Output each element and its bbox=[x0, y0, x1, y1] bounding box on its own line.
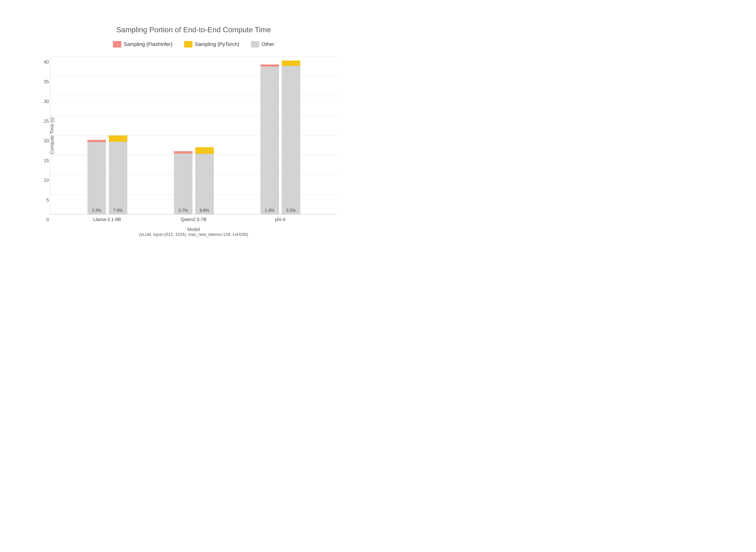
bar-seg-phi4-fi-fi bbox=[261, 64, 279, 66]
x-axis-subtitle: (vLLM, input=(512, 1024), max_new_tokens… bbox=[50, 232, 337, 237]
bar-seg-qwen-pt-other bbox=[195, 154, 214, 214]
bar-seg-qwen-fi-other bbox=[174, 154, 192, 214]
y-tick-40: 40 bbox=[40, 59, 49, 65]
y-tick-30: 30 bbox=[40, 99, 49, 104]
plot-area: Compute Time (s) 40 35 30 25 20 15 bbox=[50, 57, 337, 215]
legend-swatch-flashinfer bbox=[113, 41, 121, 47]
bar-seg-llama-pt-pt bbox=[109, 135, 127, 142]
y-tick-10: 10 bbox=[40, 178, 49, 183]
legend-label-other: Other bbox=[262, 41, 274, 47]
legend-swatch-other bbox=[251, 41, 259, 47]
bar-seg-phi4-pt-pt bbox=[282, 60, 300, 66]
bar-stack-llama-fi bbox=[88, 140, 106, 214]
grid-and-bars: 40 35 30 25 20 15 10 5 0 bbox=[50, 57, 337, 215]
y-tick-20: 20 bbox=[40, 138, 49, 144]
bar-stack-qwen-pt bbox=[195, 147, 214, 214]
bar-stack-phi4-fi bbox=[261, 64, 279, 214]
group-llama: 3.3% 7.9% bbox=[88, 135, 127, 214]
y-tick-25: 25 bbox=[40, 119, 49, 124]
y-tick-0: 0 bbox=[40, 217, 49, 223]
bar-label-llama-fi: 3.3% bbox=[88, 208, 106, 213]
bar-label-llama-pt: 7.9% bbox=[109, 208, 127, 213]
y-tick-35: 35 bbox=[40, 79, 49, 85]
y-tick-15: 15 bbox=[40, 158, 49, 163]
bar-col-qwen-pytorch: 9.8% bbox=[195, 147, 214, 214]
bar-label-phi4-pt: 3.5% bbox=[282, 208, 300, 213]
bar-stack-qwen-fi bbox=[174, 151, 192, 214]
bar-label-qwen-fi: 3.7% bbox=[174, 208, 192, 213]
x-axis-title: Model bbox=[50, 227, 337, 232]
bar-seg-qwen-fi-fi bbox=[174, 151, 192, 154]
legend-item-flashinfer: Sampling (FlashInfer) bbox=[113, 41, 172, 47]
bar-col-phi4-flashinfer: 1.4% bbox=[261, 64, 279, 214]
chart-title: Sampling Portion of End-to-End Compute T… bbox=[50, 25, 337, 34]
x-label-llama: Llama-3.1-8B bbox=[87, 217, 127, 222]
bar-stack-phi4-pt bbox=[282, 60, 300, 214]
bar-seg-phi4-pt-other bbox=[282, 66, 300, 214]
bar-seg-llama-pt-other bbox=[109, 142, 127, 214]
group-qwen: 3.7% 9.8% bbox=[174, 147, 214, 214]
x-label-qwen: Qwen2.5-7B bbox=[174, 217, 213, 222]
legend-item-pytorch: Sampling (PyTorch) bbox=[184, 41, 239, 47]
bar-label-qwen-pt: 9.8% bbox=[195, 208, 214, 213]
bar-seg-llama-fi-fi bbox=[88, 140, 106, 142]
bar-seg-qwen-pt-pt bbox=[195, 147, 214, 154]
x-axis-labels: Llama-3.1-8B Qwen2.5-7B phi-4 bbox=[50, 217, 337, 222]
bar-seg-llama-fi-other bbox=[88, 142, 106, 214]
legend: Sampling (FlashInfer) Sampling (PyTorch)… bbox=[50, 41, 337, 47]
y-tick-5: 5 bbox=[40, 197, 49, 203]
legend-label-pytorch: Sampling (PyTorch) bbox=[195, 41, 239, 47]
bar-stack-llama-pt bbox=[109, 135, 127, 214]
group-phi4: 1.4% 3.5% bbox=[261, 60, 300, 214]
chart-container: Sampling Portion of End-to-End Compute T… bbox=[27, 16, 351, 260]
bar-col-llama-flashinfer: 3.3% bbox=[88, 140, 106, 214]
bar-col-llama-pytorch: 7.9% bbox=[109, 135, 127, 214]
bar-col-phi4-pytorch: 3.5% bbox=[282, 60, 300, 214]
legend-swatch-pytorch bbox=[184, 41, 192, 47]
legend-label-flashinfer: Sampling (FlashInfer) bbox=[124, 41, 172, 47]
bar-label-phi4-fi: 1.4% bbox=[261, 208, 279, 213]
bar-seg-phi4-fi-other bbox=[261, 66, 279, 214]
bars-wrapper: 3.3% 7.9% bbox=[50, 57, 337, 214]
x-label-phi4: phi-4 bbox=[260, 217, 300, 222]
legend-item-other: Other bbox=[251, 41, 274, 47]
bar-col-qwen-flashinfer: 3.7% bbox=[174, 151, 192, 214]
